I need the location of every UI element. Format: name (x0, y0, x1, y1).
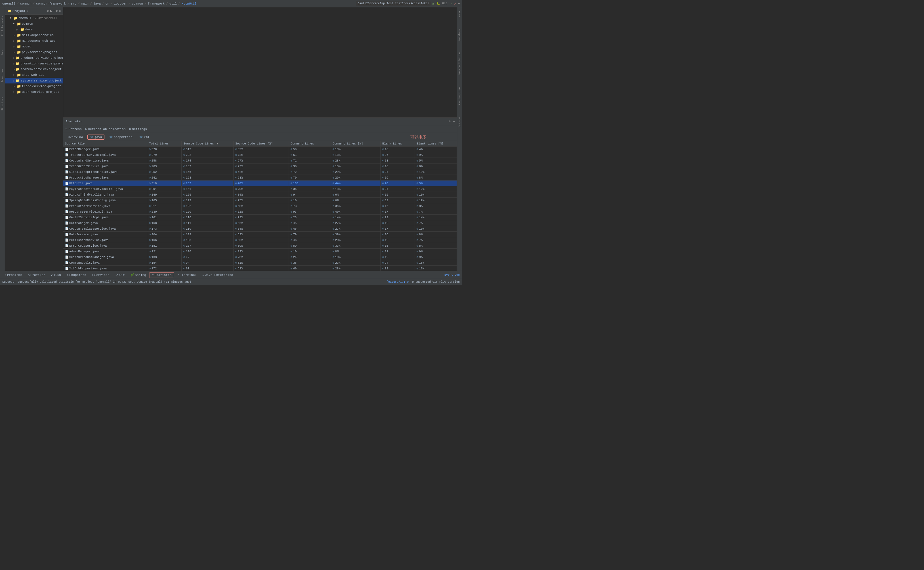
tree-item-user-service[interactable]: ▷ 📁 user-service-project (5, 89, 63, 95)
tab-profiler[interactable]: ◷ Profiler (26, 273, 48, 277)
table-row[interactable]: 📄AdminManager.java ◎ 121 ◎ 100 ◎ 83% (63, 249, 457, 254)
table-row[interactable]: 📄RoleService.java ◎ 204 ◎ 109 ◎ 53% (63, 231, 457, 237)
table-row[interactable]: 📄OAuth2ServiceImpl.java ◎ 161 ◎ 116 ◎ 72… (63, 215, 457, 220)
tab-java-enterprise[interactable]: ☕ Java Enterprise (200, 273, 235, 277)
run-config-dropdown[interactable]: OAuth2ServiceImplTest.testCheckAccessTok… (356, 2, 431, 6)
debug-button[interactable]: 🐛 (436, 2, 441, 5)
col-blank-pct[interactable]: Blank Lines [%] (415, 141, 457, 147)
tab-git[interactable]: ⎇ Git (113, 273, 127, 277)
tab-xml[interactable]: <> xml (137, 135, 152, 139)
tab-statistic[interactable]: ≡ Statistic (150, 272, 174, 278)
tree-item-search-service[interactable]: ▷ 📁 search-service-project (5, 66, 63, 72)
table-row[interactable]: 📄SpringDataRedisConfig.java ◎ 165 ◎ 123 … (63, 198, 457, 203)
table-row[interactable]: 📄CartManager.java ◎ 168 ◎ 111 ◎ 66% (63, 220, 457, 226)
tab-todo[interactable]: ✓ TODO (49, 273, 63, 277)
left-panel-web[interactable]: Web (1, 50, 4, 55)
table-row[interactable]: 📄PriceManager.java ◎ 378 ◎ 312 ◎ 83% (63, 147, 457, 152)
sidebar-expand-icon[interactable]: ⇅ (50, 9, 52, 13)
refresh-selection-button[interactable]: ↻ Refresh on selection (85, 127, 126, 131)
statistic-settings-icon[interactable]: ⚙ (449, 120, 451, 123)
settings-button[interactable]: ⚙ Settings (129, 127, 147, 131)
tab-services[interactable]: ⚙ Services (90, 273, 112, 277)
table-row[interactable]: 📄ResourceServiceImpl.java ◎ 230 ◎ 120 ◎ … (63, 209, 457, 215)
table-row[interactable]: 📄ProductAttrService.java ◎ 211 ◎ 122 ◎ 5… (63, 203, 457, 209)
tree-item-product-service[interactable]: ▷ 📁 product-service-project (5, 55, 63, 61)
table-row[interactable]: 📄XxlJobProperties.java ◎ 172 ◎ 91 ◎ 53% (63, 266, 457, 271)
table-row[interactable]: 📄PermissionService.java ◎ 166 ◎ 108 ◎ 65… (63, 237, 457, 243)
col-comment-lines[interactable]: Comment Lines (289, 141, 331, 147)
tree-item-management-web-app[interactable]: ▷ 📁 management-web-app (5, 38, 63, 44)
tree-item-mall-dependencies[interactable]: ▷ 📁 mall-dependencies (5, 32, 63, 38)
tree-item-promotion-service[interactable]: ▷ 📁 promotion-service-project (5, 61, 63, 66)
breadcrumb-main[interactable]: main (81, 2, 89, 5)
refresh-button[interactable]: ↻ Refresh (66, 127, 82, 131)
table-row[interactable]: 📄CommonResult.java ◎ 154 ◎ 94 ◎ 61% (63, 260, 457, 266)
tree-item-pay-service[interactable]: ▷ 📁 pay-service-project (5, 49, 63, 55)
tree-item-moved[interactable]: ▷ 📁 moved (5, 44, 63, 49)
tab-spring[interactable]: 🌿 Spring (128, 273, 148, 277)
tree-item-onemall[interactable]: ▼ 📁 onemall ~/Java/onemall (5, 15, 63, 21)
branch-name[interactable]: feature/1.1.0 (387, 280, 408, 283)
table-row[interactable]: 📄ProductSpuManager.java ◎ 242 ◎ 153 ◎ 63… (63, 175, 457, 181)
table-row[interactable]: 📄PayTransactionServiceImpl.java ◎ 201 ◎ … (63, 186, 457, 192)
breadcrumb-java[interactable]: java (93, 2, 101, 5)
sidebar-close-icon[interactable]: ✕ (59, 9, 61, 13)
right-panel-bean-validation[interactable]: Bean Validation (458, 52, 461, 75)
breadcrumb-framework[interactable]: framework (148, 2, 165, 5)
event-log-link[interactable]: Event Log (444, 273, 460, 276)
table-row[interactable]: 📄SearchProductManager.java ◎ 133 ◎ 97 ◎ … (63, 254, 457, 260)
tab-endpoints[interactable]: ⊕ Endpoints (64, 273, 88, 277)
data-table-wrapper[interactable]: Source File Total Lines Source Code Line… (63, 141, 457, 271)
tree-item-system-service[interactable]: ▷ 📁 system-service-project (5, 78, 63, 83)
table-row[interactable]: 📄CouponCardService.java ◎ 258 ◎ 174 ◎ 67… (63, 158, 457, 164)
right-panel-maven[interactable]: Maven (458, 10, 461, 17)
col-total-lines[interactable]: Total Lines (147, 141, 182, 147)
tab-properties[interactable]: <> properties (107, 135, 135, 139)
git-checkmark[interactable]: ✓ (451, 2, 453, 5)
left-panel-favorites[interactable]: Favorites (1, 69, 4, 83)
table-row[interactable]: 📄TradeOrderService.java ◎ 203 ◎ 157 ◎ 77… (63, 164, 457, 169)
tree-item-trade-service[interactable]: ▷ 📁 trade-service-project (5, 83, 63, 89)
tree-item-common[interactable]: ▼ 📁 common (5, 21, 63, 27)
table-row[interactable]: 📄PingxxThirdPayClient.java ◎ 149 ◎ 125 ◎… (63, 192, 457, 198)
breadcrumb-common[interactable]: common (20, 2, 32, 5)
right-panel-rest-services[interactable]: RestServices (458, 87, 461, 105)
statistic-minimize-icon[interactable]: — (453, 120, 454, 123)
table-row[interactable]: 📄GlobalExceptionHandler.java ◎ 252 ◎ 156… (63, 169, 457, 175)
breadcrumb-iocoder[interactable]: iocoder (114, 2, 127, 5)
col-blank-lines[interactable]: Blank Lines (381, 141, 415, 147)
tab-terminal[interactable]: >_ Terminal (175, 273, 199, 277)
sidebar-gear-icon[interactable]: ⚙ (56, 9, 58, 13)
tree-item-shop-web[interactable]: ▷ 📁 shop-web-app (5, 72, 63, 78)
right-panel-database[interactable]: Database (458, 29, 461, 41)
table-row[interactable]: 📄CouponTemplateService.java ◎ 173 ◎ 110 … (63, 226, 457, 231)
table-row[interactable]: 📄TradeOrderServiceImpl.java ◎ 279 ◎ 202 … (63, 152, 457, 158)
cell-blank: ◎ 32 (381, 266, 415, 271)
tab-problems[interactable]: ⚠ Problems (2, 273, 24, 277)
breadcrumb-util[interactable]: util (170, 2, 177, 5)
sidebar-collapse-icon[interactable]: — (53, 9, 55, 13)
run-button[interactable]: ▶ (433, 2, 435, 6)
table-row[interactable]: 📄HttpUtil.java ◎ 319 ◎ 152 ◎ 48% (63, 181, 457, 186)
col-comment-pct[interactable]: Comment Lines [%] (331, 141, 381, 147)
sidebar-settings-icon[interactable]: ⚙ (47, 9, 49, 13)
col-source-code-lines[interactable]: Source Code Lines ▼ (182, 141, 234, 147)
tree-item-docs[interactable]: ▷ 📁 docs (5, 27, 63, 32)
right-panel-octocat[interactable]: Octocat (458, 116, 461, 127)
breadcrumb-onemall[interactable]: onemall (2, 2, 15, 5)
col-source-code-pct[interactable]: Source Code Lines [%] (233, 141, 289, 147)
git-cross[interactable]: ✗ (454, 2, 456, 5)
col-source-file[interactable]: Source File (63, 141, 147, 147)
breadcrumb-src[interactable]: src (71, 2, 76, 5)
breadcrumb-cn[interactable]: cn (106, 2, 109, 5)
breadcrumb-httputil[interactable]: HttpUtil (182, 2, 197, 5)
left-panel-structure[interactable]: Structure (1, 97, 4, 111)
breadcrumb-common-framework[interactable]: common-framework (36, 2, 66, 5)
metric-icon: ◎ (291, 204, 292, 207)
table-row[interactable]: 📄ErrorCodeService.java ◎ 181 ◎ 107 ◎ 59% (63, 243, 457, 249)
undo-button[interactable]: ↩ (458, 2, 460, 5)
left-panel-pull-requests[interactable]: Pull Requests (1, 16, 4, 36)
tab-java[interactable]: <> java (87, 135, 105, 139)
tab-overview[interactable]: Overview (66, 135, 85, 139)
breadcrumb-common2[interactable]: common (132, 2, 143, 5)
